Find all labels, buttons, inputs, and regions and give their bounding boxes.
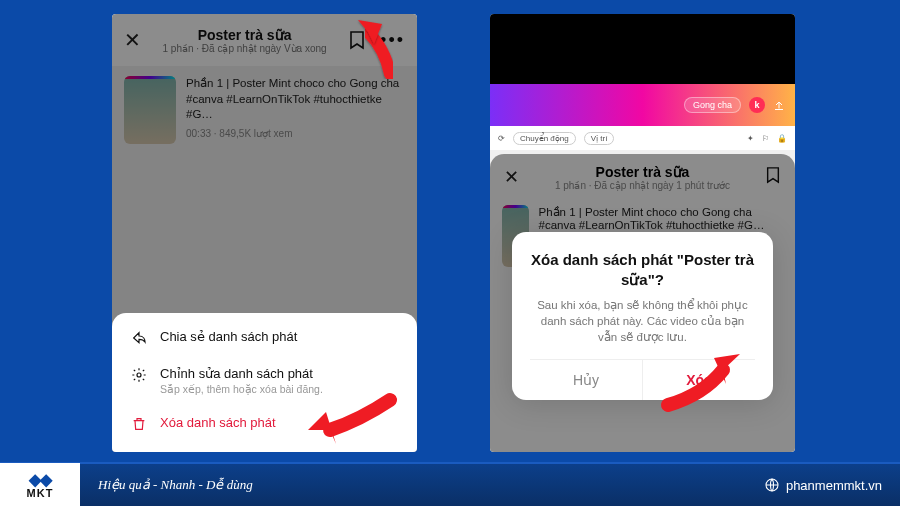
screenshot-left: ✕ Poster trà sữa 1 phần · Đã cập nhật ng… [112,14,417,452]
editor-toolbar: ⟳ Chuyển động Vị trí ✦ ⚐ 🔒 [490,126,795,150]
sheet-share-label: Chia sẻ danh sách phát [160,329,297,344]
footer-bar: ◆◆ MKT Hiệu quả - Nhanh - Dễ dùng phanme… [0,462,900,506]
editor-bar: Gong cha k [490,84,795,126]
sheet-edit[interactable]: Chỉnh sửa danh sách phát Sắp xếp, thêm h… [112,356,417,405]
sheet-edit-label: Chỉnh sửa danh sách phát [160,366,323,381]
upload-icon[interactable] [773,99,785,111]
globe-icon [764,477,780,493]
sheet-edit-sublabel: Sắp xếp, thêm hoặc xóa bài đăng. [160,383,323,395]
toolbar-icon[interactable]: ✦ [747,134,754,143]
editor-pill[interactable]: Gong cha [684,97,741,113]
motion-icon: ⟳ [498,134,505,143]
gear-icon [130,366,148,383]
sheet-delete[interactable]: Xóa danh sách phát [112,405,417,442]
confirm-title: Xóa danh sách phát "Poster trà sữa"? [530,250,755,289]
screenshot-right: Gong cha k ⟳ Chuyển động Vị trí ✦ ⚐ 🔒 ✕ … [490,14,795,452]
cancel-button[interactable]: Hủy [530,360,643,400]
footer-tagline: Hiệu quả - Nhanh - Dễ dùng [98,477,253,493]
svg-point-0 [137,373,141,377]
delete-button[interactable]: Xóa [643,360,755,400]
share-icon [130,329,148,346]
confirm-dialog: Xóa danh sách phát "Poster trà sữa"? Sau… [512,232,773,400]
playlist-sheet: ✕ Poster trà sữa 1 phần · Đã cập nhật ng… [490,154,795,452]
footer-site[interactable]: phanmemmkt.vn [764,477,882,493]
action-sheet: Chia sẻ danh sách phát Chỉnh sửa danh sá… [112,313,417,452]
brand-logo: ◆◆ MKT [0,463,80,506]
video-area [490,14,795,84]
toolbar-chip-motion[interactable]: Chuyển động [513,132,576,145]
lock-icon[interactable]: 🔒 [777,134,787,143]
sheet-delete-label: Xóa danh sách phát [160,415,276,430]
footer-site-label: phanmemmkt.vn [786,478,882,493]
avatar[interactable]: k [749,97,765,113]
trash-icon [130,415,148,432]
confirm-body: Sau khi xóa, bạn sẽ không thể khôi phục … [530,297,755,345]
toolbar-icon[interactable]: ⚐ [762,134,769,143]
sheet-share[interactable]: Chia sẻ danh sách phát [112,319,417,356]
toolbar-chip-position[interactable]: Vị trí [584,132,615,145]
